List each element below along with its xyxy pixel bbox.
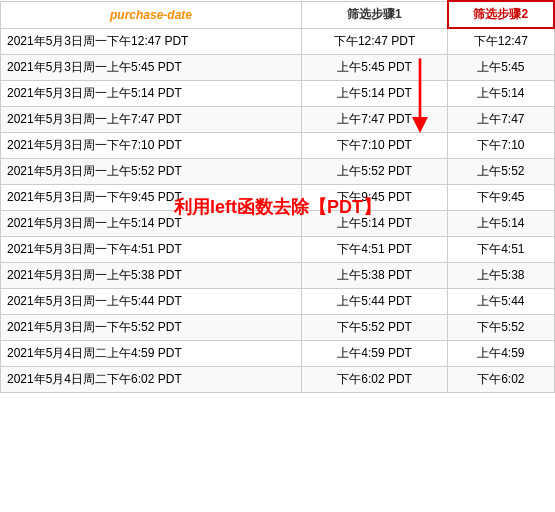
col-purchase-date: purchase-date — [1, 1, 302, 28]
cell-step1: 上午5:14 PDT — [302, 211, 448, 237]
table-row: 2021年5月3日周一上午5:44 PDT上午5:44 PDT上午5:44 — [1, 289, 555, 315]
cell-step2: 下午5:52 — [448, 315, 554, 341]
cell-step2: 下午6:02 — [448, 367, 554, 393]
cell-step2: 上午7:47 — [448, 107, 554, 133]
cell-date: 2021年5月3日周一上午5:14 PDT — [1, 81, 302, 107]
cell-date: 2021年5月3日周一上午5:45 PDT — [1, 55, 302, 81]
table-row: 2021年5月4日周二上午4:59 PDT上午4:59 PDT上午4:59 — [1, 341, 555, 367]
cell-date: 2021年5月3日周一上午5:44 PDT — [1, 289, 302, 315]
cell-date: 2021年5月3日周一下午7:10 PDT — [1, 133, 302, 159]
cell-step2: 下午4:51 — [448, 237, 554, 263]
cell-date: 2021年5月3日周一下午5:52 PDT — [1, 315, 302, 341]
table-row: 2021年5月3日周一上午5:45 PDT上午5:45 PDT上午5:45 — [1, 55, 555, 81]
table-row: 2021年5月3日周一上午7:47 PDT上午7:47 PDT上午7:47 — [1, 107, 555, 133]
cell-step2: 上午5:52 — [448, 159, 554, 185]
table-row: 2021年5月3日周一上午5:14 PDT上午5:14 PDT上午5:14 — [1, 81, 555, 107]
table-row: 2021年5月3日周一下午12:47 PDT下午12:47 PDT下午12:47 — [1, 28, 555, 55]
table-row: 2021年5月3日周一上午5:14 PDT上午5:14 PDT上午5:14 — [1, 211, 555, 237]
cell-date: 2021年5月3日周一上午5:14 PDT — [1, 211, 302, 237]
cell-step1: 上午5:45 PDT — [302, 55, 448, 81]
table-row: 2021年5月4日周二下午6:02 PDT下午6:02 PDT下午6:02 — [1, 367, 555, 393]
cell-step2: 上午5:45 — [448, 55, 554, 81]
cell-step1: 下午5:52 PDT — [302, 315, 448, 341]
cell-step1: 下午9:45 PDT — [302, 185, 448, 211]
cell-date: 2021年5月3日周一下午9:45 PDT — [1, 185, 302, 211]
cell-date: 2021年5月3日周一下午12:47 PDT — [1, 28, 302, 55]
col-step1: 筛选步骤1 — [302, 1, 448, 28]
cell-step2: 下午12:47 — [448, 28, 554, 55]
cell-step2: 上午5:14 — [448, 81, 554, 107]
table-row: 2021年5月3日周一下午7:10 PDT下午7:10 PDT下午7:10 — [1, 133, 555, 159]
cell-step2: 下午9:45 — [448, 185, 554, 211]
cell-step1: 上午5:44 PDT — [302, 289, 448, 315]
cell-step1: 上午4:59 PDT — [302, 341, 448, 367]
cell-date: 2021年5月3日周一下午4:51 PDT — [1, 237, 302, 263]
cell-date: 2021年5月4日周二上午4:59 PDT — [1, 341, 302, 367]
cell-step1: 上午7:47 PDT — [302, 107, 448, 133]
cell-step2: 上午4:59 — [448, 341, 554, 367]
cell-step1: 下午12:47 PDT — [302, 28, 448, 55]
main-container: purchase-date 筛选步骤1 筛选步骤2 2021年5月3日周一下午1… — [0, 0, 555, 393]
cell-step1: 上午5:14 PDT — [302, 81, 448, 107]
cell-step1: 上午5:38 PDT — [302, 263, 448, 289]
cell-step2: 上午5:14 — [448, 211, 554, 237]
table-row: 2021年5月3日周一下午4:51 PDT下午4:51 PDT下午4:51 — [1, 237, 555, 263]
cell-date: 2021年5月3日周一上午5:52 PDT — [1, 159, 302, 185]
col-step2: 筛选步骤2 — [448, 1, 554, 28]
cell-step1: 上午5:52 PDT — [302, 159, 448, 185]
cell-date: 2021年5月3日周一上午5:38 PDT — [1, 263, 302, 289]
table-row: 2021年5月3日周一下午5:52 PDT下午5:52 PDT下午5:52 — [1, 315, 555, 341]
cell-date: 2021年5月4日周二下午6:02 PDT — [1, 367, 302, 393]
table-row: 2021年5月3日周一下午9:45 PDT下午9:45 PDT下午9:45 — [1, 185, 555, 211]
cell-step2: 上午5:38 — [448, 263, 554, 289]
table-row: 2021年5月3日周一上午5:52 PDT上午5:52 PDT上午5:52 — [1, 159, 555, 185]
cell-step1: 下午6:02 PDT — [302, 367, 448, 393]
cell-step1: 下午7:10 PDT — [302, 133, 448, 159]
cell-step2: 下午7:10 — [448, 133, 554, 159]
cell-step1: 下午4:51 PDT — [302, 237, 448, 263]
cell-step2: 上午5:44 — [448, 289, 554, 315]
table-header-row: purchase-date 筛选步骤1 筛选步骤2 — [1, 1, 555, 28]
cell-date: 2021年5月3日周一上午7:47 PDT — [1, 107, 302, 133]
table-row: 2021年5月3日周一上午5:38 PDT上午5:38 PDT上午5:38 — [1, 263, 555, 289]
data-table: purchase-date 筛选步骤1 筛选步骤2 2021年5月3日周一下午1… — [0, 0, 555, 393]
